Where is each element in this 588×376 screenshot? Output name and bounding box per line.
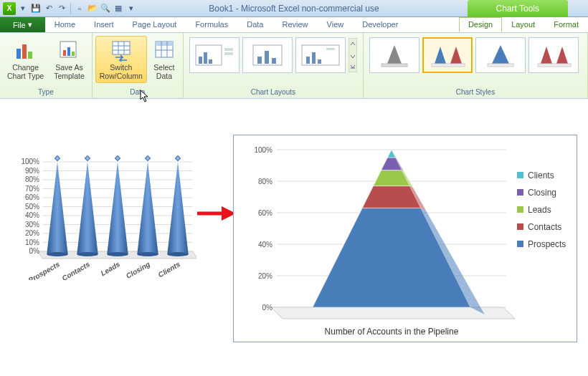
svg-point-79 bbox=[137, 252, 158, 256]
svg-rect-28 bbox=[306, 57, 310, 64]
svg-rect-24 bbox=[257, 57, 262, 64]
redo-icon[interactable]: ↷ bbox=[56, 3, 67, 14]
group-label-styles: Chart Styles bbox=[366, 87, 584, 97]
chart-after[interactable]: 0%20%40%60%80%100%Number of Accounts in … bbox=[233, 135, 577, 342]
svg-rect-116 bbox=[517, 206, 523, 213]
svg-marker-33 bbox=[387, 45, 402, 64]
ribbon-tabs: File▾ Home Insert Page Layout Formulas D… bbox=[0, 17, 588, 33]
svg-rect-6 bbox=[72, 52, 75, 56]
chart-type-icon bbox=[14, 39, 37, 62]
svg-text:Clients: Clients bbox=[157, 260, 182, 279]
svg-marker-109 bbox=[388, 150, 396, 158]
tab-format[interactable]: Format bbox=[544, 17, 588, 32]
tab-review[interactable]: Review bbox=[272, 17, 317, 32]
svg-point-75 bbox=[107, 252, 128, 256]
preview-icon[interactable]: 🔍 bbox=[100, 3, 111, 14]
layout-option-3[interactable] bbox=[295, 37, 346, 73]
change-chart-type-button[interactable]: Change Chart Type bbox=[3, 36, 48, 83]
group-label-type: Type bbox=[3, 87, 89, 97]
svg-rect-114 bbox=[517, 189, 523, 196]
svg-text:80%: 80% bbox=[25, 175, 39, 183]
cursor-icon bbox=[140, 90, 150, 102]
style-option-4[interactable] bbox=[528, 37, 579, 73]
tab-layout[interactable]: Layout bbox=[502, 17, 544, 32]
svg-text:Closing: Closing bbox=[125, 260, 151, 280]
svg-marker-41 bbox=[556, 47, 568, 64]
svg-text:Contacts: Contacts bbox=[60, 260, 91, 280]
qat-more-1[interactable]: ▦ bbox=[113, 3, 124, 14]
svg-marker-40 bbox=[541, 47, 552, 64]
svg-text:10%: 10% bbox=[25, 238, 39, 246]
context-tab-charttools: Chart Tools bbox=[468, 0, 568, 17]
tab-data[interactable]: Data bbox=[237, 17, 272, 32]
qat-dropdown[interactable]: ▾ bbox=[17, 3, 29, 14]
undo-icon[interactable]: ↶ bbox=[43, 3, 54, 14]
file-tab[interactable]: File▾ bbox=[0, 17, 45, 32]
svg-rect-2 bbox=[28, 52, 32, 59]
tab-pagelayout[interactable]: Page Layout bbox=[123, 17, 186, 32]
svg-rect-34 bbox=[381, 64, 407, 67]
svg-text:Closing: Closing bbox=[528, 188, 556, 198]
svg-rect-18 bbox=[199, 57, 202, 64]
svg-text:Number of Accounts in the Pipe: Number of Accounts in the Pipeline bbox=[325, 327, 459, 337]
svg-rect-32 bbox=[348, 38, 357, 72]
svg-rect-120 bbox=[517, 241, 523, 247]
svg-rect-13 bbox=[156, 42, 173, 46]
svg-marker-74 bbox=[107, 162, 128, 254]
svg-marker-78 bbox=[137, 162, 158, 254]
tab-developer[interactable]: Developer bbox=[353, 17, 407, 32]
svg-marker-35 bbox=[435, 47, 446, 64]
window-title: Book1 - Microsoft Excel non-commercial u… bbox=[209, 4, 379, 14]
svg-text:20%: 20% bbox=[258, 272, 272, 280]
svg-marker-36 bbox=[450, 47, 462, 64]
style-option-1[interactable] bbox=[369, 37, 419, 73]
new-icon[interactable]: ▫ bbox=[74, 3, 85, 14]
svg-rect-19 bbox=[204, 52, 207, 64]
group-label-layouts: Chart Layouts bbox=[186, 87, 360, 97]
svg-rect-76 bbox=[115, 155, 120, 160]
layout-option-1[interactable] bbox=[189, 37, 240, 73]
tab-insert[interactable]: Insert bbox=[85, 17, 123, 32]
svg-marker-66 bbox=[47, 162, 67, 254]
svg-text:30%: 30% bbox=[25, 221, 39, 228]
svg-rect-80 bbox=[145, 155, 150, 160]
gallery-scroll-icon[interactable] bbox=[348, 38, 357, 72]
svg-point-67 bbox=[47, 252, 67, 256]
qat-more-2[interactable]: ▾ bbox=[125, 3, 137, 14]
svg-rect-25 bbox=[265, 51, 269, 64]
svg-text:0%: 0% bbox=[262, 304, 273, 312]
switch-icon bbox=[110, 39, 133, 62]
svg-rect-118 bbox=[517, 223, 523, 230]
switch-row-column-button[interactable]: Switch Row/Column bbox=[95, 36, 147, 83]
save-as-template-button[interactable]: Save As Template bbox=[49, 36, 89, 83]
tab-view[interactable]: View bbox=[318, 17, 354, 32]
tab-formulas[interactable]: Formulas bbox=[186, 17, 237, 32]
svg-text:20%: 20% bbox=[25, 229, 39, 237]
tab-design[interactable]: Design bbox=[459, 17, 502, 32]
svg-rect-22 bbox=[224, 52, 233, 55]
style-option-2[interactable] bbox=[422, 37, 473, 73]
svg-rect-112 bbox=[517, 172, 523, 178]
group-type: Change Chart Type Save As Template Type bbox=[0, 33, 93, 98]
svg-point-71 bbox=[77, 252, 98, 256]
group-label-data: Data bbox=[95, 87, 180, 97]
ribbon: Change Chart Type Save As Template Type … bbox=[0, 33, 588, 99]
svg-text:100%: 100% bbox=[21, 158, 39, 165]
svg-text:Contacts: Contacts bbox=[528, 222, 561, 232]
svg-rect-20 bbox=[209, 59, 212, 64]
svg-rect-7 bbox=[113, 42, 130, 54]
svg-text:80%: 80% bbox=[258, 178, 272, 185]
layout-option-2[interactable] bbox=[242, 37, 293, 73]
open-icon[interactable]: 📂 bbox=[87, 3, 98, 14]
svg-rect-31 bbox=[326, 48, 335, 50]
svg-text:90%: 90% bbox=[25, 167, 39, 175]
tab-home[interactable]: Home bbox=[45, 17, 85, 32]
group-chart-styles: Chart Styles bbox=[364, 33, 588, 98]
svg-rect-29 bbox=[312, 52, 316, 64]
svg-rect-26 bbox=[272, 58, 276, 64]
style-option-3[interactable] bbox=[475, 37, 526, 73]
svg-text:40%: 40% bbox=[258, 241, 272, 249]
svg-text:Prospects: Prospects bbox=[528, 239, 566, 249]
save-icon[interactable]: 💾 bbox=[30, 3, 42, 14]
select-data-button[interactable]: Select Data bbox=[148, 36, 180, 83]
